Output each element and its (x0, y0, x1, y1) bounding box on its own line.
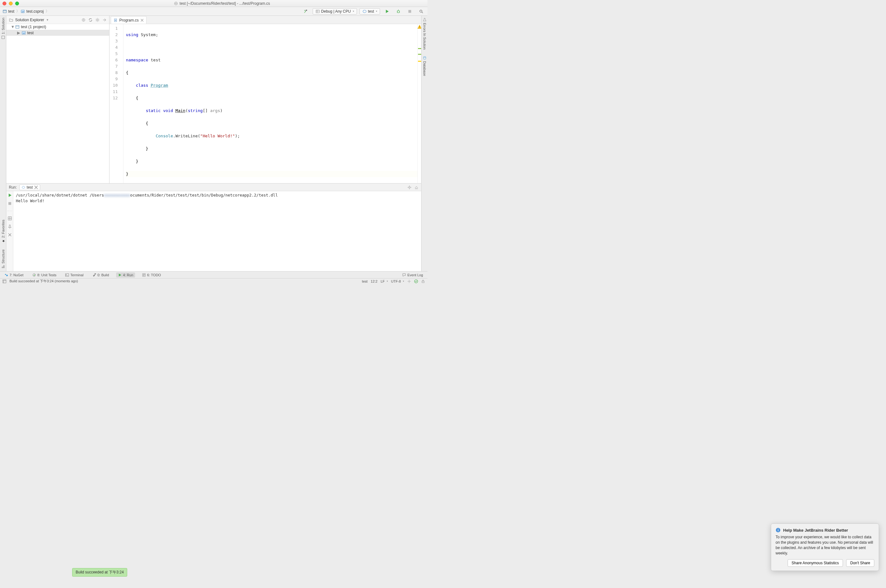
paren: ); (235, 134, 240, 138)
gutter: 1 2 3 4 5 6 7 8 9 10 11 12 (109, 24, 120, 183)
marker-ok[interactable] (418, 48, 421, 49)
stop-icon[interactable] (7, 201, 12, 206)
stop-button[interactable] (405, 8, 414, 15)
svg-rect-31 (66, 273, 69, 276)
debug-button[interactable] (394, 8, 403, 15)
solution-icon (3, 9, 7, 14)
editor-tab[interactable]: c# Program.cs (111, 16, 147, 24)
status-position[interactable]: 12:2 (371, 279, 378, 283)
zoom-window-icon[interactable] (15, 2, 19, 5)
folder-icon (9, 18, 13, 22)
csharp-file-icon: c# (114, 18, 117, 22)
favorites-tool-button[interactable]: ★ 2: Favorites (1, 220, 5, 243)
line-number: 6 (109, 57, 118, 63)
status-encoding[interactable]: UTF-8 (391, 279, 404, 283)
hide-icon[interactable] (102, 18, 106, 22)
gear-icon[interactable] (95, 18, 100, 22)
output-line: ocuments/Rider/test/test/test/bin/Debug/… (130, 193, 278, 198)
csharp-icon (362, 9, 367, 14)
caret-right-icon[interactable]: ▶ (17, 30, 20, 35)
errors-tool-button[interactable]: Errors In Solution (423, 18, 427, 50)
separator: ⋯⋯ (7, 210, 13, 212)
rerun-icon[interactable] (7, 193, 12, 198)
breadcrumb-item-2[interactable]: c# test.csproj (20, 9, 46, 14)
todo-tool-button[interactable]: 6: TODO (140, 273, 163, 278)
tree-project[interactable]: ▶ c# test (6, 30, 109, 36)
class-name: Program (151, 83, 168, 88)
database-tool-button[interactable]: Database (423, 56, 427, 76)
unit-tests-tool-button[interactable]: 8: Unit Tests (30, 273, 58, 278)
gear-icon[interactable] (407, 185, 412, 190)
sp (173, 108, 175, 113)
pin-icon[interactable] (7, 224, 12, 229)
unit-test-icon (32, 273, 36, 277)
paren: ) (220, 108, 222, 113)
search-everywhere-button[interactable] (417, 8, 426, 15)
type: Console (156, 134, 173, 138)
run-button[interactable] (382, 8, 391, 15)
marker-warn[interactable] (418, 61, 421, 62)
tool-label: Structure (1, 249, 5, 264)
explorer-title: Solution Explorer (15, 18, 44, 22)
run-head-label: Run: (9, 185, 17, 190)
sync-icon[interactable] (88, 18, 93, 22)
brace: { (126, 70, 129, 75)
status-context[interactable]: test (362, 279, 368, 283)
parameter: args (210, 108, 220, 113)
flask-icon (423, 18, 427, 21)
code-content[interactable]: using System; namespace test { class Pro… (123, 24, 417, 183)
run-output[interactable]: /usr/local/share/dotnet/dotnet /Usersxxx… (13, 191, 421, 271)
analysis-ok-icon[interactable] (414, 279, 418, 283)
lock-icon[interactable] (421, 279, 425, 283)
svg-text:c#: c# (115, 20, 117, 21)
tool-windows-icon[interactable] (3, 279, 6, 283)
svg-point-12 (83, 19, 84, 20)
indent (126, 108, 146, 113)
run-tool-button[interactable]: 4: Run (116, 273, 135, 278)
hide-icon[interactable] (414, 185, 419, 190)
hammer-icon (92, 273, 96, 277)
build-solution-button[interactable] (301, 8, 310, 15)
marker-strip[interactable] (417, 24, 421, 183)
marker-ok[interactable] (418, 54, 421, 55)
nuget-tool-button[interactable]: 7: NuGet (3, 273, 25, 278)
close-tab-icon[interactable] (141, 19, 144, 22)
build-tool-button[interactable]: 0: Build (90, 273, 111, 278)
speech-bubble-icon (402, 273, 406, 277)
close-window-icon[interactable] (3, 2, 6, 5)
run-tool-window: Run: test ⋯⋯ /usr/ (6, 183, 421, 271)
layout-icon[interactable] (7, 216, 12, 220)
terminal-tool-button[interactable]: Terminal (63, 273, 85, 278)
line-number: 2 (109, 32, 118, 38)
svg-rect-29 (6, 275, 7, 276)
run-configuration-dropdown[interactable]: test (360, 8, 380, 15)
svg-rect-5 (306, 9, 307, 11)
caret-down-icon[interactable]: ▼ (11, 25, 14, 29)
breadcrumb-item-1[interactable]: test (2, 9, 16, 14)
code-text: System; (138, 32, 158, 37)
tree-root[interactable]: ▼ test (1 project) (6, 24, 109, 30)
solution-tree[interactable]: ▼ test (1 project) ▶ c# test (6, 24, 109, 183)
solution-tool-button[interactable]: 1: Solution (1, 18, 5, 39)
run-tab[interactable]: test (19, 184, 40, 190)
dropdown-icon[interactable]: ▼ (46, 18, 49, 21)
run-side-toolbar: ⋯⋯ (6, 191, 13, 271)
breadcrumb: test 〉 c# test.csproj 〉 (2, 9, 49, 14)
locate-icon[interactable] (81, 18, 86, 22)
paren: ( (198, 134, 200, 138)
close-icon[interactable] (34, 186, 38, 189)
string: "Hello World!" (200, 134, 235, 138)
bottom-tool-strip: 7: NuGet 8: Unit Tests Terminal 0: Build… (0, 271, 427, 278)
line-number: 10 (109, 82, 118, 88)
line-number: 8 (109, 70, 118, 76)
warning-indicator-icon[interactable] (417, 25, 421, 29)
event-log-button[interactable]: Event Log (400, 273, 425, 278)
build-configuration-dropdown[interactable]: Debug | Any CPU (313, 8, 357, 15)
structure-tool-button[interactable]: Structure (1, 249, 5, 268)
code-editor[interactable]: 1 2 3 4 5 6 7 8 9 10 11 12 using Sy (109, 24, 421, 183)
close-icon[interactable] (7, 232, 12, 237)
minimize-window-icon[interactable] (9, 2, 13, 5)
fold-column[interactable] (120, 24, 123, 183)
inspect-icon[interactable] (407, 279, 411, 283)
status-line-ending[interactable]: LF (381, 279, 388, 283)
